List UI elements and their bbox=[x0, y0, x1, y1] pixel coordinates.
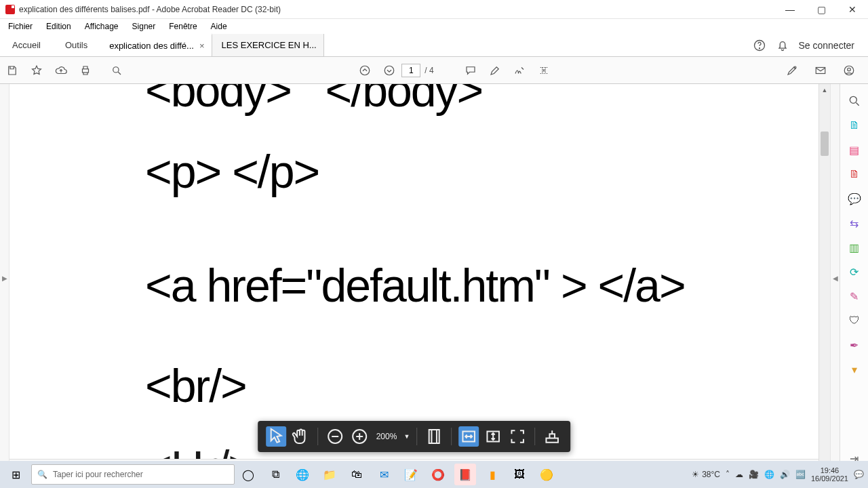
language-icon[interactable]: 🔤 bbox=[795, 470, 806, 479]
star-icon[interactable] bbox=[27, 61, 46, 80]
redact-icon[interactable]: ✎ bbox=[847, 289, 862, 304]
menu-edit[interactable]: Edition bbox=[39, 20, 78, 33]
combine-icon[interactable]: ⇆ bbox=[847, 216, 862, 230]
window-titlebar: explication des différents balises.pdf -… bbox=[0, 0, 868, 19]
notepad-icon[interactable]: 📝 bbox=[400, 464, 422, 485]
scroll-up-icon[interactable]: ▲ bbox=[819, 84, 830, 96]
close-button[interactable]: ✕ bbox=[837, 0, 868, 19]
tab-doc1-close-icon[interactable]: × bbox=[199, 41, 205, 51]
left-panel-handle[interactable]: ▶ bbox=[0, 84, 9, 472]
comment-tool-icon[interactable]: 💬 bbox=[847, 191, 862, 206]
sublime-icon[interactable]: ▮ bbox=[481, 464, 503, 485]
edge-icon[interactable]: 🌐 bbox=[292, 464, 313, 485]
mail-icon[interactable] bbox=[811, 61, 830, 80]
menu-bar: Fichier Edition Affichage Signer Fenêtre… bbox=[0, 19, 868, 34]
explorer-icon[interactable]: 📁 bbox=[319, 464, 340, 485]
profile-icon[interactable] bbox=[840, 61, 859, 80]
acrobat-icon[interactable]: 📕 bbox=[454, 464, 476, 485]
protect-icon[interactable]: 🛡 bbox=[847, 313, 862, 328]
notifications-icon[interactable]: 💬 bbox=[854, 470, 864, 479]
doc-line: <body> </body> bbox=[145, 84, 685, 117]
menu-help[interactable]: Aide bbox=[204, 20, 234, 33]
photos-icon[interactable]: 🖼 bbox=[509, 464, 530, 485]
tab-doc1[interactable]: explication des diffé... × bbox=[100, 33, 212, 56]
onedrive-icon[interactable]: ☁ bbox=[735, 470, 743, 479]
task-view-icon[interactable]: ⧉ bbox=[264, 464, 286, 485]
search-icon[interactable] bbox=[107, 61, 126, 80]
search-tool-icon[interactable] bbox=[847, 94, 862, 108]
tab-home[interactable]: Accueil bbox=[0, 34, 53, 56]
scroll-thumb[interactable] bbox=[821, 131, 829, 156]
maximize-button[interactable]: ▢ bbox=[806, 0, 837, 19]
help-icon[interactable] bbox=[753, 39, 766, 52]
more-tools-icon[interactable]: ▾ bbox=[847, 362, 862, 377]
doc-line: <a href="default.htm" > </a> bbox=[145, 259, 685, 312]
edit-pdf-icon[interactable]: ▤ bbox=[847, 142, 862, 157]
save-icon[interactable] bbox=[3, 61, 22, 80]
highlight-icon[interactable] bbox=[486, 61, 505, 80]
fit-width-icon[interactable] bbox=[458, 426, 479, 447]
clock[interactable]: 19:46 16/09/2021 bbox=[811, 466, 848, 483]
export-pdf-icon[interactable]: 🗎 bbox=[847, 118, 862, 133]
main-toolbar: / 4 bbox=[0, 57, 868, 84]
menu-file[interactable]: Fichier bbox=[1, 20, 39, 33]
minimize-button[interactable]: — bbox=[774, 0, 806, 19]
window-title: explication des différents balises.pdf -… bbox=[19, 5, 281, 14]
sign-icon[interactable] bbox=[510, 61, 529, 80]
bell-icon[interactable] bbox=[776, 39, 789, 52]
compress-icon[interactable]: ⟳ bbox=[847, 264, 862, 279]
floating-toolbar: 200% ▼ bbox=[258, 421, 571, 452]
organize-icon[interactable]: ▥ bbox=[847, 240, 862, 255]
tab-doc2[interactable]: LES EXERCICE EN H... bbox=[212, 34, 324, 56]
doc-line: <br/> bbox=[145, 359, 685, 412]
zoom-in-icon[interactable] bbox=[349, 426, 370, 447]
taskbar-search[interactable]: 🔍 Taper ici pour rechercher bbox=[31, 464, 235, 485]
page-total-label: / 4 bbox=[425, 66, 433, 75]
stamp-icon[interactable] bbox=[534, 61, 553, 80]
read-mode-icon[interactable] bbox=[542, 426, 562, 447]
menu-view[interactable]: Affichage bbox=[78, 20, 125, 33]
create-pdf-icon[interactable]: 🗎 bbox=[847, 167, 862, 182]
select-tool-icon[interactable] bbox=[266, 426, 286, 447]
fit-height-icon[interactable] bbox=[483, 426, 503, 447]
svg-rect-7 bbox=[816, 67, 825, 73]
store-icon[interactable]: 🛍 bbox=[346, 464, 368, 485]
chrome-icon[interactable]: 🟡 bbox=[536, 464, 557, 485]
svg-rect-16 bbox=[547, 439, 559, 443]
share-pen-icon[interactable] bbox=[783, 61, 802, 80]
comment-icon[interactable] bbox=[461, 61, 480, 80]
zoom-out-icon[interactable] bbox=[325, 426, 345, 447]
windows-taskbar: ⊞ 🔍 Taper ici pour rechercher ◯ ⧉ 🌐 📁 🛍 … bbox=[0, 461, 868, 488]
sign-in-button[interactable]: Se connecter bbox=[799, 40, 855, 51]
tab-tools[interactable]: Outils bbox=[53, 34, 100, 56]
cloud-upload-icon[interactable] bbox=[52, 61, 71, 80]
volume-icon[interactable]: 🔊 bbox=[780, 470, 790, 479]
fit-page-icon[interactable] bbox=[424, 426, 444, 447]
hand-tool-icon[interactable] bbox=[290, 426, 311, 447]
start-button[interactable]: ⊞ bbox=[0, 461, 31, 488]
menu-window[interactable]: Fenêtre bbox=[162, 20, 203, 33]
print-icon[interactable] bbox=[76, 61, 95, 80]
weather-widget[interactable]: ☀ 38°C bbox=[692, 470, 720, 479]
menu-sign[interactable]: Signer bbox=[125, 20, 163, 33]
right-panel-handle[interactable]: ◀ bbox=[830, 84, 840, 472]
search-glyph-icon: 🔍 bbox=[37, 470, 47, 479]
network-icon[interactable]: 🌐 bbox=[764, 470, 774, 479]
page-down-icon[interactable] bbox=[380, 61, 399, 80]
cortana-icon[interactable]: ◯ bbox=[237, 464, 259, 485]
fullscreen-icon[interactable] bbox=[507, 426, 528, 447]
fill-sign-icon[interactable]: ✒ bbox=[847, 338, 862, 352]
svg-rect-12 bbox=[429, 430, 439, 443]
svg-point-9 bbox=[848, 68, 851, 71]
tray-chevron-icon[interactable]: ˄ bbox=[726, 470, 730, 479]
page-number-input[interactable] bbox=[401, 64, 420, 77]
page-up-icon[interactable] bbox=[355, 61, 374, 80]
document-viewport[interactable]: <body> </body> <p> </p> <a href="default… bbox=[9, 84, 818, 472]
meet-now-icon[interactable]: 🎥 bbox=[749, 470, 759, 479]
pdf-page: <body> </body> <p> </p> <a href="default… bbox=[145, 84, 685, 472]
zoom-dropdown-icon[interactable]: ▼ bbox=[403, 433, 410, 440]
mail-app-icon[interactable]: ✉ bbox=[373, 464, 395, 485]
vertical-scrollbar[interactable]: ▲ ▼ bbox=[818, 84, 830, 472]
svg-point-5 bbox=[385, 66, 395, 75]
opera-icon[interactable]: ⭕ bbox=[427, 464, 449, 485]
